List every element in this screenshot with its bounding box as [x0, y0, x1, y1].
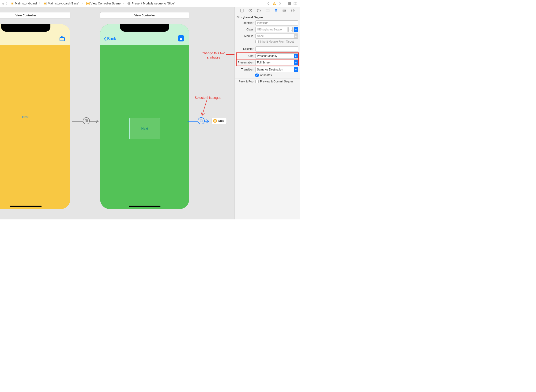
warning-icon[interactable]: [273, 2, 276, 5]
class-dropdown-button[interactable]: [294, 27, 298, 32]
class-jump-button[interactable]: ◌: [288, 27, 293, 32]
module-select[interactable]: None: [255, 33, 298, 39]
class-label: Class: [237, 28, 255, 31]
crumb-label: View Controller Scene: [91, 2, 120, 5]
transition-label: Transition: [237, 68, 255, 71]
annotation-arrow-icon: [200, 100, 209, 118]
segue-symbol-selected[interactable]: [198, 117, 205, 124]
crumb-truncated[interactable]: s: [1, 1, 5, 6]
help-inspector-icon[interactable]: ?: [257, 9, 261, 13]
identifier-row: Identifier: [237, 20, 298, 26]
segue-icon: [127, 2, 131, 5]
presentation-value: Full Screen: [256, 61, 294, 64]
back-label: Back: [107, 37, 116, 41]
identifier-label: Identifier: [237, 21, 255, 25]
inspector-section-title: Storyboard Segue: [235, 14, 300, 20]
adjust-editor-icon[interactable]: [294, 2, 297, 5]
storyboard-reference-side[interactable]: ⊙ Side: [211, 118, 227, 124]
storyboard-reference-icon: ⊙: [213, 119, 217, 123]
nav-back-button[interactable]: [267, 2, 271, 5]
inherit-module-label: Inherit Module From Target: [260, 40, 294, 43]
size-inspector-icon[interactable]: [282, 9, 287, 13]
crumb-storyboard-base[interactable]: Main.storyboard (Base): [43, 1, 80, 6]
svg-text:?: ?: [258, 9, 260, 12]
xcode-window: s 〉 Main.storyboard 〉 Main.storyboard (B…: [0, 0, 300, 219]
class-select[interactable]: UIStoryboardSegue: [255, 27, 287, 32]
home-indicator: [129, 205, 161, 207]
device-frame: Next: [0, 24, 70, 209]
chevron-right-icon: 〉: [5, 1, 9, 6]
storyboard-file-icon: [44, 2, 47, 5]
svg-rect-15: [86, 120, 87, 121]
history-inspector-icon[interactable]: [248, 9, 253, 13]
jump-bar-right-controls: [267, 2, 299, 5]
crumb-storyboard[interactable]: Main.storyboard: [10, 1, 38, 6]
chevron-right-icon: 〉: [81, 1, 85, 6]
presentation-select[interactable]: Full Screen: [255, 60, 298, 65]
device-frame: Back Next: [100, 24, 189, 209]
crumb-label: Present Modally segue to "Side": [132, 2, 175, 5]
presentation-row-highlighted: Presentation Full Screen: [237, 60, 298, 65]
svg-rect-10: [294, 2, 297, 5]
svg-rect-5: [87, 3, 89, 4]
kind-label: Kind: [237, 54, 255, 58]
crumb-scene[interactable]: View Controller Scene: [85, 1, 121, 6]
container-view-selected[interactable]: Next: [129, 118, 160, 139]
annotation-change-attrs: Change this two attributes: [199, 51, 227, 60]
scene-icon: [86, 2, 90, 5]
scene-title-label: View Controller: [134, 14, 155, 17]
crumb-label: Main.storyboard (Base): [48, 2, 80, 5]
selector-input[interactable]: [255, 46, 298, 51]
scene-title-bar[interactable]: View Controller: [0, 12, 70, 18]
storyboard-file-icon: [11, 2, 14, 5]
segue-symbol-gray[interactable]: [83, 117, 90, 124]
peek-pop-checkbox[interactable]: [255, 80, 259, 83]
canvas-inner: View Controller Next: [0, 7, 234, 219]
identifier-input[interactable]: [255, 20, 298, 26]
svg-rect-17: [200, 120, 202, 122]
module-value: None: [256, 34, 294, 38]
home-indicator: [10, 205, 42, 207]
class-row: Class UIStoryboardSegue ◌: [237, 27, 298, 32]
attributes-inspector-icon[interactable]: [274, 9, 278, 13]
inherit-module-row: Inherit Module From Target: [237, 40, 298, 43]
storyboard-canvas[interactable]: View Controller Next: [0, 7, 234, 219]
peek-pop-value: Preview & Commit Segues: [260, 80, 294, 83]
file-inspector-icon[interactable]: [240, 9, 244, 13]
svg-rect-20: [241, 9, 243, 12]
crumb-segue[interactable]: Present Modally segue to "Side": [126, 1, 176, 6]
share-icon[interactable]: [59, 35, 65, 42]
next-button[interactable]: Next: [22, 115, 29, 119]
storyboard-reference-label: Side: [218, 119, 224, 122]
kind-select[interactable]: Present Modally: [255, 53, 298, 59]
animates-label: Animates: [260, 74, 272, 77]
view-controller-left[interactable]: View Controller Next: [0, 12, 70, 209]
divider: [235, 45, 300, 45]
svg-rect-3: [44, 3, 46, 5]
kind-value: Present Modally: [256, 54, 294, 58]
svg-rect-7: [129, 3, 130, 4]
inherit-module-checkbox[interactable]: [255, 40, 259, 43]
back-button[interactable]: Back: [104, 37, 116, 41]
kind-row-highlighted: Kind Present Modally: [237, 53, 298, 59]
device-notch: [1, 24, 50, 32]
svg-point-6: [128, 2, 130, 5]
animates-checkbox[interactable]: [255, 74, 259, 77]
download-icon[interactable]: [178, 35, 184, 42]
scene-title-bar[interactable]: View Controller: [100, 12, 189, 18]
nav-forward-button[interactable]: [278, 2, 282, 5]
annotation-select-segue: Selecte this segue: [195, 96, 225, 100]
svg-line-19: [202, 100, 207, 116]
main-split: View Controller Next: [0, 7, 300, 219]
presentation-label: Presentation: [237, 61, 255, 64]
transition-row: Transition Same As Destination: [237, 67, 298, 72]
crumb-label: s: [2, 2, 4, 5]
chevron-right-icon: 〉: [38, 1, 42, 6]
outline-toggle-icon[interactable]: [288, 2, 292, 5]
transition-select[interactable]: Same As Destination: [255, 67, 298, 72]
svg-rect-8: [274, 3, 275, 4]
transition-value: Same As Destination: [256, 68, 294, 71]
identity-inspector-icon[interactable]: [265, 9, 270, 13]
connections-inspector-icon[interactable]: [291, 9, 295, 13]
view-controller-right[interactable]: View Controller Back Next: [100, 12, 189, 209]
